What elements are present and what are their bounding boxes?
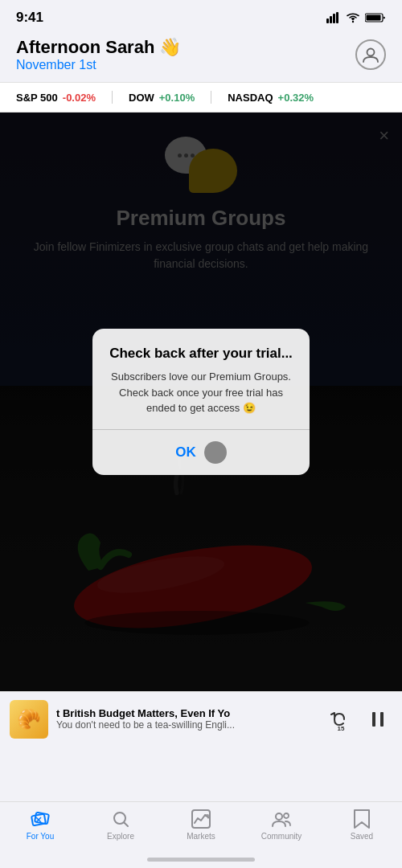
- ticker-nasdaq: NASDAQ +0.32%: [228, 92, 314, 104]
- svg-point-4: [352, 21, 354, 23]
- now-playing-subtitle: You don't need to be a tea-swilling Engl…: [56, 719, 318, 731]
- home-indicator: [147, 858, 255, 862]
- svg-point-21: [284, 813, 289, 818]
- status-time: 9:41: [16, 10, 43, 26]
- now-playing-bar: 🥐 t British Budget Matters, Even If Yo Y…: [0, 691, 402, 746]
- tab-saved-label: Saved: [351, 832, 373, 841]
- now-playing-thumbnail: 🥐: [10, 700, 48, 739]
- svg-rect-12: [380, 712, 384, 727]
- header: Afternoon Sarah 👋 November 1st: [0, 31, 402, 82]
- ticker-dow: DOW +0.10%: [129, 92, 195, 104]
- svg-rect-0: [326, 18, 329, 23]
- svg-rect-2: [333, 14, 335, 23]
- ticker-divider-1: [112, 91, 113, 104]
- svg-point-20: [276, 813, 282, 820]
- tab-markets[interactable]: Markets: [161, 809, 241, 841]
- saved-icon: [351, 809, 372, 829]
- battery-icon: [365, 12, 386, 23]
- now-playing-info: t British Budget Matters, Even If Yo You…: [56, 707, 318, 731]
- greeting-text: Afternoon Sarah 👋: [16, 37, 181, 58]
- svg-rect-11: [372, 712, 375, 727]
- ticker-bar: S&P 500 -0.02% DOW +0.10% NASDAQ +0.32%: [0, 82, 402, 113]
- tab-community[interactable]: Community: [241, 809, 322, 841]
- svg-line-18: [125, 823, 129, 827]
- alert-dialog: Check back after your trial... Subscribe…: [92, 329, 310, 475]
- svg-rect-6: [367, 15, 381, 21]
- svg-rect-1: [330, 16, 332, 23]
- tab-saved[interactable]: Saved: [322, 809, 402, 841]
- avatar-button[interactable]: [355, 39, 386, 70]
- svg-point-7: [367, 49, 375, 56]
- main-area: × Premium Groups Join fellow Finimizers …: [0, 113, 402, 691]
- tab-markets-label: Markets: [187, 832, 215, 841]
- pause-button[interactable]: [363, 705, 392, 734]
- now-playing-title: t British Budget Matters, Even If Yo: [56, 707, 318, 719]
- greeting-date: November 1st: [16, 58, 181, 72]
- markets-icon: [191, 809, 211, 829]
- tab-for-you-label: For You: [27, 832, 54, 841]
- wifi-icon: [346, 12, 360, 23]
- tab-for-you[interactable]: For You: [0, 809, 80, 841]
- tab-explore-label: Explore: [107, 832, 134, 841]
- community-icon: [271, 809, 292, 829]
- svg-rect-19: [192, 810, 210, 828]
- alert-ok-button[interactable]: OK: [105, 430, 297, 475]
- status-icons: [326, 12, 386, 23]
- alert-body: Subscribers love our Premium Groups. Che…: [105, 369, 297, 416]
- svg-rect-3: [336, 12, 338, 23]
- explore-icon: [110, 809, 131, 829]
- ticker-sp500: S&P 500 -0.02%: [16, 92, 96, 104]
- tab-explore[interactable]: Explore: [80, 809, 161, 841]
- tab-community-label: Community: [261, 832, 302, 841]
- ticker-divider-2: [211, 91, 211, 104]
- pause-icon: [368, 710, 388, 729]
- signal-icon: [326, 12, 341, 23]
- skip-back-button[interactable]: 15: [326, 705, 355, 734]
- spinner: [204, 441, 227, 464]
- status-bar: 9:41: [0, 0, 402, 31]
- skip-back-count: 15: [338, 725, 345, 732]
- tab-bar: For You Explore Markets: [0, 801, 402, 868]
- for-you-icon: [30, 809, 51, 829]
- alert-title: Check back after your trial...: [105, 345, 297, 362]
- alert-overlay: Check back after your trial... Subscribe…: [0, 113, 402, 691]
